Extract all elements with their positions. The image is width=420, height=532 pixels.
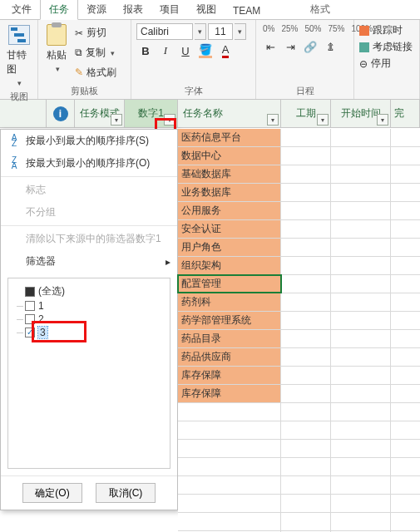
- start-cell[interactable]: [331, 312, 391, 329]
- task-name-cell[interactable]: 药剂科: [178, 293, 281, 311]
- bold-button[interactable]: B: [136, 42, 155, 60]
- tab-file[interactable]: 文件: [3, 0, 40, 19]
- duration-cell[interactable]: [281, 165, 331, 183]
- task-name-cell[interactable]: 用户角色: [178, 239, 281, 256]
- duration-cell[interactable]: [281, 330, 331, 347]
- col-duration[interactable]: 工期 ▾: [281, 100, 331, 127]
- duration-cell[interactable]: [281, 147, 331, 165]
- start-cell[interactable]: [331, 220, 391, 238]
- tab-task[interactable]: 任务: [40, 0, 78, 20]
- format-painter-button[interactable]: ✎ 格式刷: [73, 65, 118, 81]
- gantt-chart-button[interactable]: 甘特图: [3, 22, 34, 90]
- finish-cell[interactable]: [391, 239, 420, 256]
- start-cell[interactable]: [331, 147, 391, 165]
- tristate-checkbox-icon[interactable]: [25, 287, 35, 297]
- table-row[interactable]: 库存保障: [178, 385, 420, 403]
- duration-cell[interactable]: [281, 184, 331, 201]
- finish-cell[interactable]: [391, 293, 420, 311]
- italic-button[interactable]: I: [156, 42, 175, 60]
- table-row[interactable]: 药剂科: [178, 293, 420, 312]
- table-row[interactable]: 医药信息平台: [178, 129, 420, 147]
- checkbox-icon[interactable]: [25, 301, 35, 311]
- col-start[interactable]: 开始时间 ▾: [331, 100, 391, 127]
- task-name-cell[interactable]: 药学部管理系统: [178, 312, 281, 329]
- start-cell[interactable]: [331, 129, 391, 146]
- finish-cell[interactable]: [391, 385, 420, 402]
- table-row[interactable]: 药品供应商: [178, 348, 420, 367]
- finish-cell[interactable]: [391, 202, 420, 219]
- finish-cell[interactable]: [391, 312, 420, 329]
- underline-button[interactable]: U: [176, 42, 195, 60]
- duration-cell[interactable]: [281, 367, 331, 384]
- outdent-button[interactable]: ⇤: [261, 37, 279, 56]
- duration-cell[interactable]: [281, 312, 331, 329]
- table-row[interactable]: 药品目录: [178, 330, 420, 348]
- tab-format[interactable]: 格式: [302, 0, 338, 19]
- duration-cell[interactable]: [281, 348, 331, 366]
- col-finish[interactable]: 完: [391, 100, 420, 127]
- pct-50[interactable]: 50%: [303, 23, 323, 34]
- checkbox-icon[interactable]: [25, 314, 35, 324]
- font-size-combo[interactable]: 11: [208, 23, 233, 40]
- start-cell[interactable]: [331, 202, 391, 219]
- task-name-cell[interactable]: 医药信息平台: [178, 129, 281, 146]
- filter-arrow-taskname[interactable]: ▾: [267, 114, 279, 126]
- start-cell[interactable]: [331, 385, 391, 402]
- start-cell[interactable]: [331, 257, 391, 274]
- finish-cell[interactable]: [391, 184, 420, 201]
- finish-cell[interactable]: [391, 330, 420, 347]
- col-task-name[interactable]: 任务名称 ▾: [178, 100, 281, 127]
- paste-button[interactable]: 粘贴: [42, 22, 72, 84]
- pct-0[interactable]: 0%: [261, 23, 276, 34]
- font-color-button[interactable]: A: [216, 42, 235, 60]
- task-name-cell[interactable]: 数据中心: [178, 147, 281, 165]
- start-cell[interactable]: [331, 275, 391, 293]
- table-row-empty[interactable]: [178, 421, 420, 440]
- start-cell[interactable]: [331, 165, 391, 183]
- ok-button[interactable]: 确定(O): [22, 483, 82, 503]
- unlink-tasks-button[interactable]: ⇭: [321, 37, 339, 56]
- fill-color-button[interactable]: 🪣: [196, 42, 215, 60]
- table-row-empty[interactable]: [178, 476, 420, 495]
- finish-cell[interactable]: [391, 367, 420, 384]
- cut-button[interactable]: ✂ 剪切: [73, 25, 118, 41]
- start-cell[interactable]: [331, 367, 391, 384]
- link-tasks-button[interactable]: 🔗: [301, 37, 319, 56]
- table-row[interactable]: 安全认证: [178, 220, 420, 239]
- start-cell[interactable]: [331, 239, 391, 256]
- filter-arrow-number1[interactable]: ▾: [164, 114, 175, 126]
- tab-report[interactable]: 报表: [115, 0, 151, 19]
- task-name-cell[interactable]: 药品目录: [178, 330, 281, 347]
- finish-cell[interactable]: [391, 129, 420, 146]
- table-row[interactable]: 基础数据库: [178, 165, 420, 184]
- filter-option-3[interactable]: 3: [12, 326, 166, 339]
- start-cell[interactable]: [331, 348, 391, 366]
- respect-links-button[interactable]: 考虑链接: [359, 40, 414, 54]
- duration-cell[interactable]: [281, 202, 331, 219]
- filter-arrow-duration[interactable]: ▾: [317, 114, 329, 126]
- task-name-cell[interactable]: 库存保障: [178, 367, 281, 384]
- duration-cell[interactable]: [281, 385, 331, 402]
- duration-cell[interactable]: [281, 275, 331, 293]
- sort-descending[interactable]: ZA 按最大到最小的顺序排序(O): [1, 152, 177, 175]
- task-name-cell[interactable]: 业务数据库: [178, 184, 281, 201]
- tab-team[interactable]: TEAM: [225, 2, 269, 19]
- table-row[interactable]: 数据中心: [178, 147, 420, 165]
- filter-option-1[interactable]: 1: [12, 299, 166, 313]
- tab-resource[interactable]: 资源: [78, 0, 115, 19]
- col-number1[interactable]: 数字1 ▾: [125, 100, 178, 127]
- filter-select-all[interactable]: (全选): [12, 283, 166, 299]
- finish-cell[interactable]: [391, 147, 420, 165]
- task-name-cell[interactable]: 公用服务: [178, 202, 281, 219]
- sort-ascending[interactable]: AZ 按最小到最大的顺序排序(S): [1, 130, 177, 152]
- pct-75[interactable]: 75%: [326, 23, 346, 34]
- table-row-empty[interactable]: [178, 458, 420, 476]
- pct-25[interactable]: 25%: [279, 23, 299, 34]
- table-row-empty[interactable]: [178, 495, 420, 513]
- table-row-empty[interactable]: [178, 403, 420, 421]
- task-name-cell[interactable]: 库存保障: [178, 385, 281, 402]
- table-row[interactable]: 库存保障: [178, 367, 420, 385]
- filter-arrow-start[interactable]: ▾: [377, 114, 388, 126]
- track-button[interactable]: 跟踪时: [359, 23, 414, 37]
- start-cell[interactable]: [331, 184, 391, 201]
